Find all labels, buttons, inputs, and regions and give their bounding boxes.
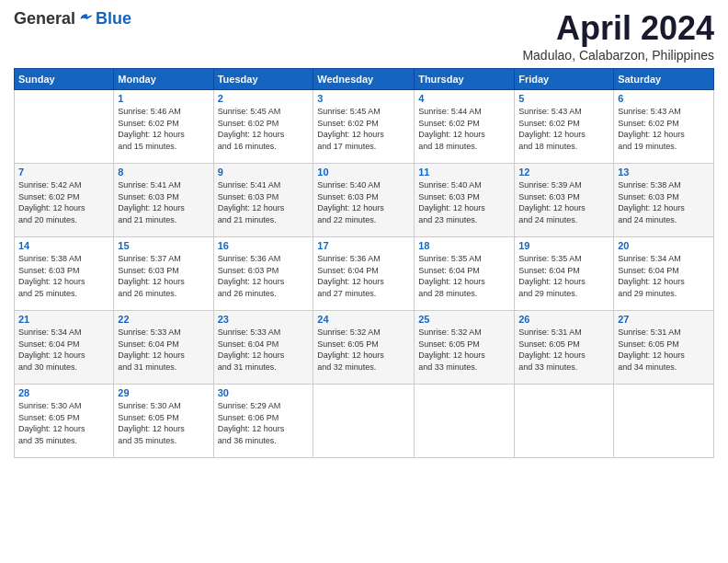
table-cell: 3Sunrise: 5:45 AMSunset: 6:02 PMDaylight…: [313, 90, 415, 164]
table-cell: 4Sunrise: 5:44 AMSunset: 6:02 PMDaylight…: [415, 90, 515, 164]
table-cell: [515, 385, 614, 458]
day-number: 29: [118, 387, 209, 398]
table-cell: 25Sunrise: 5:32 AMSunset: 6:05 PMDayligh…: [415, 311, 515, 385]
day-number: 22: [118, 314, 209, 325]
day-info: Sunrise: 5:32 AMSunset: 6:05 PMDaylight:…: [317, 327, 410, 373]
table-cell: 9Sunrise: 5:41 AMSunset: 6:03 PMDaylight…: [213, 164, 313, 237]
table-cell: 21Sunrise: 5:34 AMSunset: 6:04 PMDayligh…: [15, 311, 114, 385]
day-info: Sunrise: 5:30 AMSunset: 6:05 PMDaylight:…: [118, 400, 209, 446]
day-info: Sunrise: 5:45 AMSunset: 6:02 PMDaylight:…: [218, 106, 310, 152]
day-info: Sunrise: 5:46 AMSunset: 6:02 PMDaylight:…: [118, 106, 209, 152]
table-cell: 23Sunrise: 5:33 AMSunset: 6:04 PMDayligh…: [213, 311, 313, 385]
day-info: Sunrise: 5:43 AMSunset: 6:02 PMDaylight:…: [518, 106, 609, 152]
table-cell: 18Sunrise: 5:35 AMSunset: 6:04 PMDayligh…: [415, 237, 515, 311]
day-number: 30: [218, 387, 310, 398]
day-number: 1: [118, 93, 209, 104]
logo: General Blue: [14, 9, 131, 29]
header-row: Sunday Monday Tuesday Wednesday Thursday…: [15, 69, 714, 90]
table-cell: [614, 385, 714, 458]
day-info: Sunrise: 5:32 AMSunset: 6:05 PMDaylight:…: [418, 327, 510, 373]
day-info: Sunrise: 5:37 AMSunset: 6:03 PMDaylight:…: [118, 253, 209, 299]
title-area: April 2024 Madulao, Calabarzon, Philippi…: [522, 9, 714, 63]
table-cell: [313, 385, 415, 458]
day-info: Sunrise: 5:43 AMSunset: 6:02 PMDaylight:…: [618, 106, 710, 152]
table-cell: 14Sunrise: 5:38 AMSunset: 6:03 PMDayligh…: [15, 237, 114, 311]
logo-bird-icon: [77, 11, 94, 28]
day-number: 26: [518, 314, 609, 325]
day-number: 9: [218, 167, 310, 178]
day-number: 14: [18, 240, 109, 251]
day-number: 25: [418, 314, 510, 325]
col-thursday: Thursday: [415, 69, 515, 90]
day-number: 23: [218, 314, 310, 325]
week-row-2: 7Sunrise: 5:42 AMSunset: 6:02 PMDaylight…: [15, 164, 714, 237]
day-number: 16: [218, 240, 310, 251]
day-number: 3: [317, 93, 410, 104]
table-cell: 12Sunrise: 5:39 AMSunset: 6:03 PMDayligh…: [515, 164, 614, 237]
day-number: 13: [618, 167, 710, 178]
table-cell: 10Sunrise: 5:40 AMSunset: 6:03 PMDayligh…: [313, 164, 415, 237]
day-info: Sunrise: 5:44 AMSunset: 6:02 PMDaylight:…: [418, 106, 510, 152]
week-row-1: 1Sunrise: 5:46 AMSunset: 6:02 PMDaylight…: [15, 90, 714, 164]
location-subtitle: Madulao, Calabarzon, Philippines: [522, 48, 714, 63]
day-number: 19: [518, 240, 609, 251]
table-cell: 2Sunrise: 5:45 AMSunset: 6:02 PMDaylight…: [213, 90, 313, 164]
day-number: 15: [118, 240, 209, 251]
calendar-table: Sunday Monday Tuesday Wednesday Thursday…: [14, 68, 714, 458]
table-cell: 1Sunrise: 5:46 AMSunset: 6:02 PMDaylight…: [114, 90, 213, 164]
col-monday: Monday: [114, 69, 213, 90]
table-cell: 16Sunrise: 5:36 AMSunset: 6:03 PMDayligh…: [213, 237, 313, 311]
day-number: 12: [518, 167, 609, 178]
table-cell: 8Sunrise: 5:41 AMSunset: 6:03 PMDaylight…: [114, 164, 213, 237]
day-info: Sunrise: 5:33 AMSunset: 6:04 PMDaylight:…: [118, 327, 209, 373]
table-cell: 27Sunrise: 5:31 AMSunset: 6:05 PMDayligh…: [614, 311, 714, 385]
table-cell: 17Sunrise: 5:36 AMSunset: 6:04 PMDayligh…: [313, 237, 415, 311]
table-cell: 15Sunrise: 5:37 AMSunset: 6:03 PMDayligh…: [114, 237, 213, 311]
table-cell: 29Sunrise: 5:30 AMSunset: 6:05 PMDayligh…: [114, 385, 213, 458]
day-info: Sunrise: 5:40 AMSunset: 6:03 PMDaylight:…: [317, 179, 410, 225]
week-row-5: 28Sunrise: 5:30 AMSunset: 6:05 PMDayligh…: [15, 385, 714, 458]
day-number: 21: [18, 314, 109, 325]
day-info: Sunrise: 5:39 AMSunset: 6:03 PMDaylight:…: [518, 179, 609, 225]
col-saturday: Saturday: [614, 69, 714, 90]
day-number: 2: [218, 93, 310, 104]
table-cell: 26Sunrise: 5:31 AMSunset: 6:05 PMDayligh…: [515, 311, 614, 385]
col-wednesday: Wednesday: [313, 69, 415, 90]
table-cell: 28Sunrise: 5:30 AMSunset: 6:05 PMDayligh…: [15, 385, 114, 458]
table-cell: 7Sunrise: 5:42 AMSunset: 6:02 PMDaylight…: [15, 164, 114, 237]
day-number: 18: [418, 240, 510, 251]
day-info: Sunrise: 5:31 AMSunset: 6:05 PMDaylight:…: [618, 327, 710, 373]
day-number: 4: [418, 93, 510, 104]
day-number: 7: [18, 167, 109, 178]
table-cell: 6Sunrise: 5:43 AMSunset: 6:02 PMDaylight…: [614, 90, 714, 164]
table-cell: 19Sunrise: 5:35 AMSunset: 6:04 PMDayligh…: [515, 237, 614, 311]
day-info: Sunrise: 5:36 AMSunset: 6:04 PMDaylight:…: [317, 253, 410, 299]
day-info: Sunrise: 5:34 AMSunset: 6:04 PMDaylight:…: [18, 327, 109, 373]
page-container: General Blue April 2024 Madulao, Calabar…: [0, 0, 728, 467]
table-cell: 30Sunrise: 5:29 AMSunset: 6:06 PMDayligh…: [213, 385, 313, 458]
day-info: Sunrise: 5:45 AMSunset: 6:02 PMDaylight:…: [317, 106, 410, 152]
day-info: Sunrise: 5:41 AMSunset: 6:03 PMDaylight:…: [118, 179, 209, 225]
day-info: Sunrise: 5:40 AMSunset: 6:03 PMDaylight:…: [418, 179, 510, 225]
day-info: Sunrise: 5:30 AMSunset: 6:05 PMDaylight:…: [18, 400, 109, 446]
week-row-3: 14Sunrise: 5:38 AMSunset: 6:03 PMDayligh…: [15, 237, 714, 311]
day-info: Sunrise: 5:31 AMSunset: 6:05 PMDaylight:…: [518, 327, 609, 373]
day-number: 20: [618, 240, 710, 251]
day-info: Sunrise: 5:33 AMSunset: 6:04 PMDaylight:…: [218, 327, 310, 373]
table-cell: 13Sunrise: 5:38 AMSunset: 6:03 PMDayligh…: [614, 164, 714, 237]
table-cell: [415, 385, 515, 458]
day-number: 11: [418, 167, 510, 178]
col-sunday: Sunday: [15, 69, 114, 90]
table-cell: 5Sunrise: 5:43 AMSunset: 6:02 PMDaylight…: [515, 90, 614, 164]
day-number: 5: [518, 93, 609, 104]
day-info: Sunrise: 5:35 AMSunset: 6:04 PMDaylight:…: [518, 253, 609, 299]
day-number: 6: [618, 93, 710, 104]
month-title: April 2024: [522, 9, 714, 48]
week-row-4: 21Sunrise: 5:34 AMSunset: 6:04 PMDayligh…: [15, 311, 714, 385]
day-info: Sunrise: 5:42 AMSunset: 6:02 PMDaylight:…: [18, 179, 109, 225]
table-cell: 24Sunrise: 5:32 AMSunset: 6:05 PMDayligh…: [313, 311, 415, 385]
day-info: Sunrise: 5:35 AMSunset: 6:04 PMDaylight:…: [418, 253, 510, 299]
table-cell: 22Sunrise: 5:33 AMSunset: 6:04 PMDayligh…: [114, 311, 213, 385]
day-info: Sunrise: 5:29 AMSunset: 6:06 PMDaylight:…: [218, 400, 310, 446]
table-cell: 20Sunrise: 5:34 AMSunset: 6:04 PMDayligh…: [614, 237, 714, 311]
